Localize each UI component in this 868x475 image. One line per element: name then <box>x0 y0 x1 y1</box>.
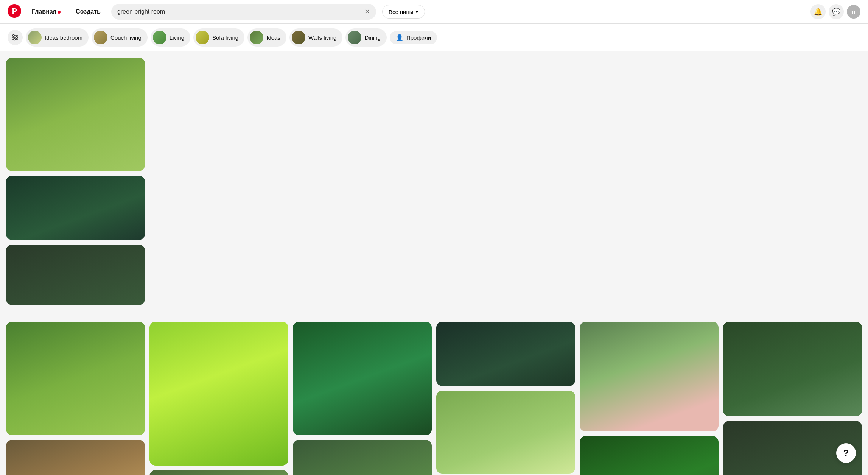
notifications-button[interactable]: 🔔 <box>810 4 826 19</box>
masonry-grid <box>0 51 868 316</box>
nav-create[interactable]: Создать <box>71 5 105 18</box>
chip-living[interactable]: Living <box>151 28 190 47</box>
pin-dark-fireplace[interactable] <box>723 322 862 416</box>
search-clear-icon[interactable]: ✕ <box>364 8 370 16</box>
svg-point-6 <box>16 37 18 39</box>
search-input[interactable] <box>117 8 361 15</box>
pin-dark-art-wall[interactable] <box>580 436 719 475</box>
messages-button[interactable]: 💬 <box>829 4 844 19</box>
pin-light-green-living[interactable] <box>436 391 575 474</box>
pin-green-sofa-skylight[interactable] <box>149 470 288 475</box>
header: P Главная Создать ✕ Все пины ▾ 🔔 💬 п <box>0 0 868 24</box>
chip-ideas[interactable]: Ideas <box>247 28 286 47</box>
pin-dark-bookshelf[interactable] <box>436 322 575 386</box>
pin-item[interactable] <box>6 176 145 240</box>
pin-color-palette[interactable] <box>6 440 145 475</box>
pin-item[interactable] <box>6 245 145 305</box>
notification-dot <box>58 11 61 14</box>
chip-profiles[interactable]: 👤 Профили <box>390 31 437 44</box>
help-button[interactable]: ? <box>836 443 856 463</box>
nav-home[interactable]: Главная <box>27 5 65 18</box>
chip-dining[interactable]: Dining <box>345 28 387 47</box>
chip-walls-living[interactable]: Walls living <box>289 28 342 47</box>
filter-all-pins-button[interactable]: Все пины ▾ <box>382 5 425 19</box>
pinterest-logo[interactable]: P <box>8 4 21 19</box>
profile-icon: 👤 <box>396 34 403 41</box>
pin-dark-green-formal[interactable] <box>293 322 432 435</box>
user-avatar[interactable]: п <box>847 5 860 19</box>
chip-sofa-living[interactable]: Sofa living <box>193 28 244 47</box>
pins-grid: #77F19E #60480F #EFE2C2 #F1C257 #E1A77A <box>0 316 868 475</box>
svg-point-5 <box>13 35 15 37</box>
svg-text:P: P <box>12 6 17 16</box>
pin-item[interactable] <box>6 58 145 171</box>
chip-couch-living[interactable]: Couch living <box>92 28 148 47</box>
pin-lime-room[interactable] <box>149 322 288 466</box>
filter-chips-row: Ideas bedroom Couch living Living Sofa l… <box>0 24 868 51</box>
chip-ideas-bedroom[interactable]: Ideas bedroom <box>26 28 89 47</box>
svg-point-7 <box>14 39 16 40</box>
pin-pink-green-boho[interactable] <box>580 322 719 431</box>
pin-green-room-tall[interactable] <box>6 322 145 435</box>
header-icons: 🔔 💬 п <box>810 4 860 19</box>
search-bar: ✕ <box>111 4 376 20</box>
pin-green-plant-room[interactable] <box>293 440 432 475</box>
chevron-down-icon: ▾ <box>415 8 418 15</box>
filter-options-icon[interactable] <box>8 30 23 45</box>
